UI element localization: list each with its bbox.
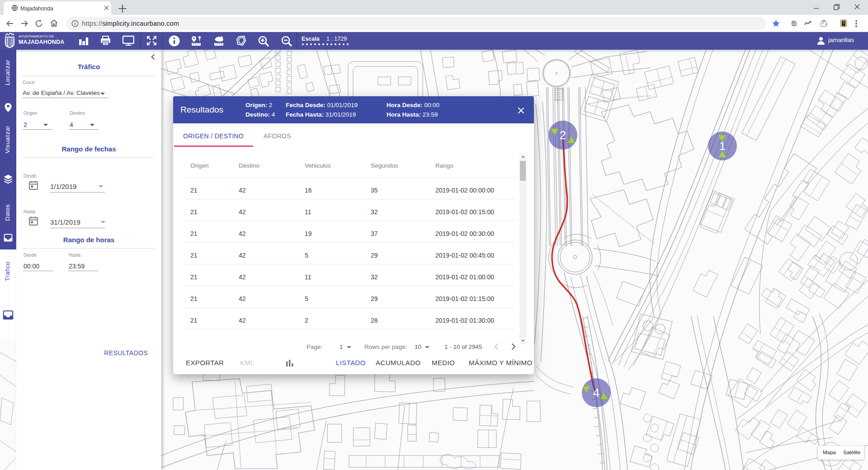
svg-text:1: 1	[719, 140, 726, 152]
svg-text:2: 2	[560, 129, 566, 141]
svg-text:4: 4	[593, 386, 599, 399]
